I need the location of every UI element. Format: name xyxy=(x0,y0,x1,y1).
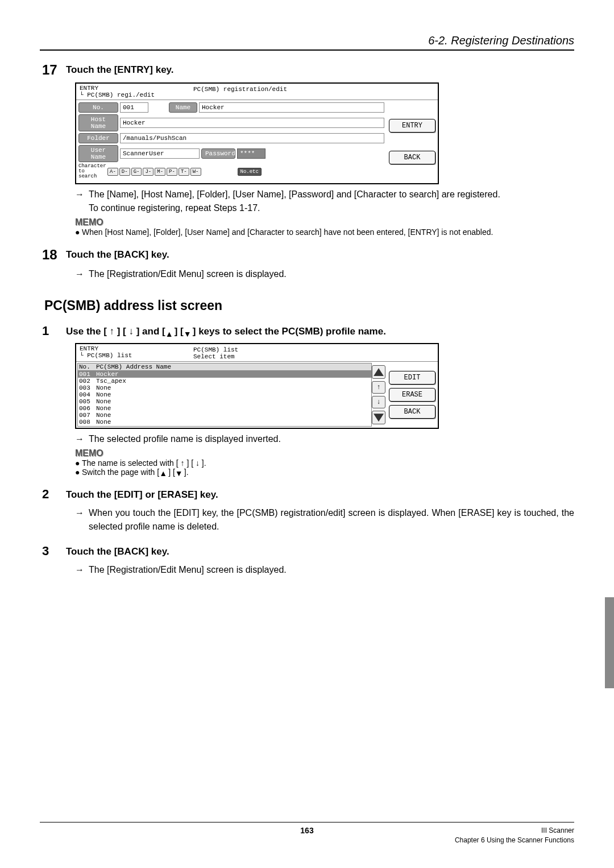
section-title: 6-2. Registering Destinations xyxy=(428,34,574,47)
edit-button[interactable]: EDIT xyxy=(389,371,435,385)
list-item[interactable]: 005None xyxy=(78,398,371,405)
breadcrumb-top: ENTRY xyxy=(80,85,193,92)
footer-chapter: Chapter 6 Using the Scanner Functions xyxy=(455,836,574,845)
memo-text: ●The name is selected with [ ↑ ] [ ↓ ]. xyxy=(75,458,574,468)
page-up-icon xyxy=(374,368,384,376)
step-title: Touch the [BACK] key. xyxy=(66,544,169,559)
page-up-button[interactable] xyxy=(372,365,385,379)
field-label-name: Name xyxy=(169,102,197,113)
list-item[interactable]: 001Hocker xyxy=(78,371,371,378)
list-item[interactable]: 008None xyxy=(78,419,371,425)
column-name: PC(SMB) Address Name xyxy=(96,363,171,370)
arrow-up-icon xyxy=(165,328,175,336)
step-18-result: → The [Registration/Edit Menu] screen is… xyxy=(75,267,574,281)
key-a[interactable]: A- xyxy=(107,168,118,176)
breadcrumb-top: ENTRY xyxy=(80,345,193,352)
step-2: 2 Touch the [EDIT] or [ERASE] key. xyxy=(40,487,574,502)
field-label-host: Host Name xyxy=(78,114,118,131)
field-label-user: User Name xyxy=(78,145,118,162)
key-t[interactable]: T- xyxy=(179,168,189,176)
field-label-character: Character to search xyxy=(78,164,106,179)
page-tab xyxy=(605,597,614,688)
breadcrumb-sub: └ PC(SMB) regi./edit xyxy=(80,92,193,98)
back-button[interactable]: BACK xyxy=(389,405,435,419)
step-17: 17 Touch the [ENTRY] key. xyxy=(40,62,574,78)
erase-button[interactable]: ERASE xyxy=(389,388,435,402)
screenshot-address-list: ENTRY └ PC(SMB) list PC(SMB) list Select… xyxy=(75,343,439,429)
character-keys: A- D- G- J- M- P- T- W- No.etc xyxy=(107,168,262,176)
key-j[interactable]: J- xyxy=(143,168,154,176)
step-3-result: → The [Registration/Edit Menu] screen is… xyxy=(75,563,574,577)
page-header: 6-2. Registering Destinations xyxy=(40,34,574,51)
arrow-down-icon xyxy=(184,328,193,336)
step-number: 3 xyxy=(40,544,66,559)
page-number: 163 xyxy=(40,826,574,835)
step-number: 2 xyxy=(40,487,66,502)
arrow-up-icon xyxy=(159,469,168,477)
list-item[interactable]: 003None xyxy=(78,385,371,391)
field-user[interactable]: ScannerUser xyxy=(120,148,200,159)
breadcrumb-sub: └ PC(SMB) list xyxy=(80,352,193,359)
field-folder[interactable]: /manuals/PushScan xyxy=(120,133,384,143)
memo-text: ●When [Host Name], [Folder], [User Name]… xyxy=(75,228,574,237)
line-down-button[interactable]: ↓ xyxy=(372,396,385,408)
field-no[interactable]: 001 xyxy=(120,102,148,113)
page-down-icon xyxy=(374,414,384,421)
step-2-result: → When you touch the [EDIT] key, the [PC… xyxy=(75,506,574,534)
key-p[interactable]: P- xyxy=(167,168,177,176)
page-down-button[interactable] xyxy=(372,411,385,424)
field-label-password: Password xyxy=(201,148,235,159)
step-title: Touch the [BACK] key. xyxy=(66,247,169,263)
step-number: 1 xyxy=(40,324,66,338)
memo-label: MEMO xyxy=(75,217,574,228)
screenshot-registration-edit: ENTRY └ PC(SMB) regi./edit PC(SMB) regis… xyxy=(75,82,439,184)
step-number: 17 xyxy=(40,62,66,78)
list-item[interactable]: 002Tsc_apex xyxy=(78,378,371,385)
screen-title: PC(SMB) list Select item xyxy=(193,345,434,360)
memo-label: MEMO xyxy=(75,448,574,458)
step-title: Use the [ ↑ ] [ ↓ ] and [] [] keys to se… xyxy=(66,324,386,338)
back-button[interactable]: BACK xyxy=(389,151,435,164)
step-number: 18 xyxy=(40,247,66,263)
key-m[interactable]: M- xyxy=(155,168,165,176)
memo-text: ●Switch the page with [] []. xyxy=(75,468,574,477)
field-name[interactable]: Hocker xyxy=(199,102,384,113)
arrow-down-icon xyxy=(175,469,184,477)
step-3: 3 Touch the [BACK] key. xyxy=(40,544,574,559)
step-18: 18 Touch the [BACK] key. xyxy=(40,247,574,263)
key-w[interactable]: W- xyxy=(190,168,201,176)
field-password[interactable]: **** xyxy=(237,148,265,159)
step-1-result: → The selected profile name is displayed… xyxy=(75,432,574,446)
key-d[interactable]: D- xyxy=(119,168,130,176)
step-17-note: To continue registering, repeat Steps 1-… xyxy=(89,201,574,215)
list-item[interactable]: 004None xyxy=(78,391,371,398)
key-no-etc[interactable]: No.etc xyxy=(238,168,262,176)
entry-button[interactable]: ENTRY xyxy=(389,119,435,133)
step-17-result: → The [Name], [Host Name], [Folder], [Us… xyxy=(75,188,574,201)
key-g[interactable]: G- xyxy=(131,168,142,176)
column-no: No. xyxy=(79,363,96,370)
list-item[interactable]: 007None xyxy=(78,412,371,419)
step-title: Touch the [ENTRY] key. xyxy=(66,62,174,78)
field-host[interactable]: Hocker xyxy=(120,118,384,128)
screen-title: PC(SMB) registration/edit xyxy=(193,85,434,98)
section-heading: PC(SMB) address list screen xyxy=(44,298,574,313)
list-item[interactable]: 006None xyxy=(78,405,371,412)
line-up-button[interactable]: ↑ xyxy=(372,381,385,394)
step-1: 1 Use the [ ↑ ] [ ↓ ] and [] [] keys to … xyxy=(40,324,574,338)
field-label-no: No. xyxy=(78,102,118,113)
field-label-folder: Folder xyxy=(78,133,118,143)
page-footer: 163 III Scanner Chapter 6 Using the Scan… xyxy=(40,822,574,845)
step-title: Touch the [EDIT] or [ERASE] key. xyxy=(66,487,218,502)
